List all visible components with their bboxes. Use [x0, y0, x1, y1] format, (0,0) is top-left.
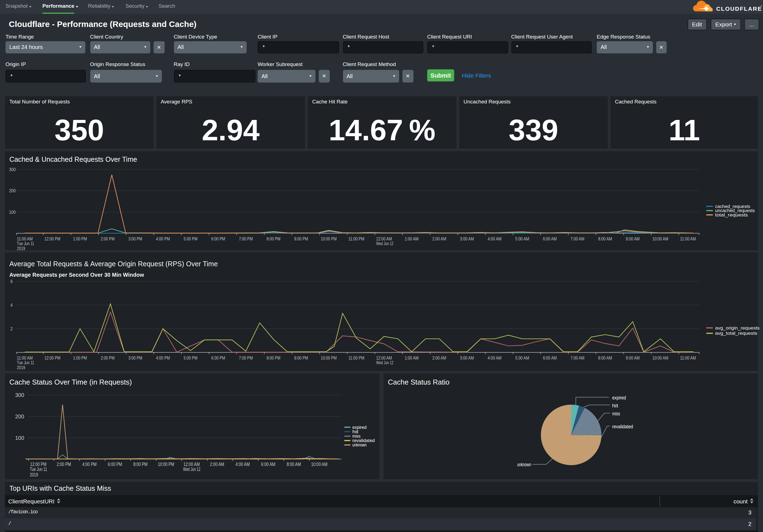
svg-text:12:00 PM: 12:00 PM	[45, 355, 60, 361]
svg-text:2:00 PM: 2:00 PM	[101, 236, 115, 241]
svg-text:unknown: unknown	[352, 442, 367, 448]
svg-text:2: 2	[10, 326, 13, 331]
svg-text:10:00 PM: 10:00 PM	[321, 355, 337, 361]
svg-text:3:00 AM: 3:00 AM	[460, 236, 474, 241]
svg-text:11:00 PM: 11:00 PM	[349, 236, 365, 241]
svg-text:8:00 PM: 8:00 PM	[133, 462, 148, 467]
svg-text:200: 200	[9, 188, 16, 193]
svg-text:12:00 PM: 12:00 PM	[30, 462, 47, 467]
svg-text:7:00 PM: 7:00 PM	[239, 236, 253, 241]
svg-text:12:00 PM: 12:00 PM	[45, 236, 60, 241]
svg-text:1:00 PM: 1:00 PM	[73, 236, 87, 241]
svg-text:Wed Jun 12: Wed Jun 12	[183, 467, 200, 472]
svg-text:100: 100	[15, 435, 24, 441]
svg-text:2:00 AM: 2:00 AM	[432, 355, 446, 361]
svg-text:2019: 2019	[30, 472, 38, 478]
svg-text:8:00 PM: 8:00 PM	[267, 355, 280, 361]
svg-text:Tue Jun 11: Tue Jun 11	[17, 360, 35, 365]
svg-text:2:00 AM: 2:00 AM	[432, 236, 446, 241]
svg-text:Tue Jun 11: Tue Jun 11	[17, 241, 35, 246]
svg-text:11:00 AM: 11:00 AM	[680, 236, 696, 241]
svg-text:CLOUDFLARE: CLOUDFLARE	[716, 6, 762, 12]
svg-text:7:00 PM: 7:00 PM	[239, 355, 253, 361]
svg-text:3:00 PM: 3:00 PM	[128, 236, 142, 241]
svg-text:2019: 2019	[17, 246, 25, 250]
svg-text:300: 300	[15, 392, 24, 398]
svg-text:9:00 PM: 9:00 PM	[294, 236, 308, 241]
svg-text:6:00 PM: 6:00 PM	[108, 462, 122, 467]
svg-text:6: 6	[10, 279, 13, 284]
svg-text:3:00 AM: 3:00 AM	[460, 355, 474, 361]
svg-text:miss: miss	[612, 411, 620, 416]
svg-text:3:00 PM: 3:00 PM	[128, 355, 142, 361]
svg-text:unknown: unknown	[517, 462, 531, 467]
svg-text:2:00 PM: 2:00 PM	[101, 355, 115, 361]
svg-text:4: 4	[10, 303, 13, 308]
svg-text:4:00 PM: 4:00 PM	[156, 355, 170, 361]
svg-text:100: 100	[9, 210, 16, 215]
svg-text:6:00 PM: 6:00 PM	[211, 236, 225, 241]
svg-text:Wed Jun 12: Wed Jun 12	[376, 360, 393, 365]
svg-text:6:00 AM: 6:00 AM	[543, 355, 557, 361]
svg-text:12:00 AM: 12:00 AM	[376, 355, 392, 361]
svg-text:1:00 AM: 1:00 AM	[405, 355, 418, 361]
svg-text:9:00 AM: 9:00 AM	[626, 355, 640, 361]
svg-text:expired: expired	[612, 395, 626, 400]
svg-text:4:00 AM: 4:00 AM	[488, 355, 501, 361]
svg-text:avg_total_requests: avg_total_requests	[715, 331, 757, 336]
svg-text:total_requests: total_requests	[715, 212, 748, 218]
svg-text:1:00 PM: 1:00 PM	[73, 355, 87, 361]
svg-text:11:00 AM: 11:00 AM	[17, 355, 33, 361]
svg-text:5:00 AM: 5:00 AM	[515, 355, 529, 361]
svg-text:8:00 AM: 8:00 AM	[598, 355, 612, 361]
svg-text:5:00 PM: 5:00 PM	[183, 236, 197, 241]
svg-text:4:00 AM: 4:00 AM	[488, 236, 501, 241]
svg-text:2:00 AM: 2:00 AM	[210, 462, 224, 467]
svg-text:5:00 AM: 5:00 AM	[515, 236, 529, 241]
svg-text:9:00 PM: 9:00 PM	[294, 355, 308, 361]
svg-text:300: 300	[9, 167, 16, 172]
svg-text:1:00 AM: 1:00 AM	[405, 236, 418, 241]
svg-text:8:00 AM: 8:00 AM	[286, 462, 301, 467]
svg-text:7:00 AM: 7:00 AM	[571, 355, 584, 361]
svg-text:7:00 AM: 7:00 AM	[571, 236, 584, 241]
svg-text:6:00 AM: 6:00 AM	[543, 236, 557, 241]
svg-text:12:00 AM: 12:00 AM	[183, 462, 200, 467]
svg-text:10:00 AM: 10:00 AM	[311, 462, 327, 467]
svg-text:12:00 AM: 12:00 AM	[376, 236, 392, 241]
svg-text:5:00 PM: 5:00 PM	[183, 355, 197, 361]
svg-text:10:00 PM: 10:00 PM	[321, 236, 337, 241]
svg-text:10:00 PM: 10:00 PM	[158, 462, 174, 467]
svg-text:9:00 AM: 9:00 AM	[626, 236, 640, 241]
svg-text:2019: 2019	[17, 365, 25, 370]
svg-text:11:00 AM: 11:00 AM	[680, 355, 696, 361]
svg-text:revalidated: revalidated	[612, 424, 633, 429]
svg-text:8:00 AM: 8:00 AM	[598, 236, 612, 241]
svg-text:200: 200	[15, 413, 24, 419]
svg-text:8:00 PM: 8:00 PM	[267, 236, 280, 241]
svg-text:4:00 AM: 4:00 AM	[236, 462, 250, 467]
svg-text:10:00 AM: 10:00 AM	[652, 236, 668, 241]
svg-text:11:00 AM: 11:00 AM	[17, 236, 33, 241]
svg-text:4:00 PM: 4:00 PM	[82, 462, 97, 467]
svg-text:avg_origin_requests: avg_origin_requests	[715, 325, 760, 331]
svg-text:Tue Jun 11: Tue Jun 11	[30, 467, 47, 472]
svg-text:2:00 PM: 2:00 PM	[57, 462, 71, 467]
svg-text:6:00 AM: 6:00 AM	[261, 462, 275, 467]
svg-text:Wed Jun 12: Wed Jun 12	[376, 241, 393, 246]
svg-text:6:00 PM: 6:00 PM	[211, 355, 225, 361]
svg-text:11:00 PM: 11:00 PM	[349, 355, 365, 361]
svg-text:4:00 PM: 4:00 PM	[156, 236, 170, 241]
svg-text:hit: hit	[612, 403, 618, 408]
svg-text:10:00 AM: 10:00 AM	[652, 355, 668, 361]
